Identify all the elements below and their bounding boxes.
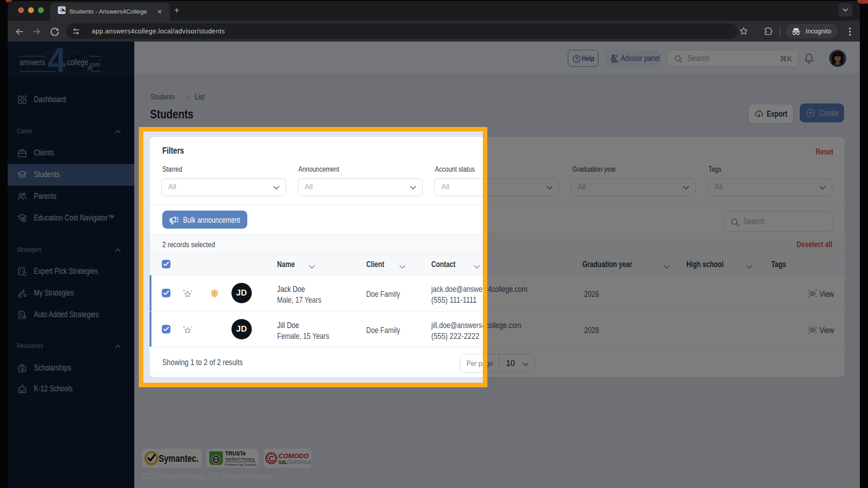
svg-text:college: college: [67, 58, 88, 67]
svg-text:4: 4: [47, 47, 66, 72]
svg-text:.com: .com: [89, 61, 100, 68]
svg-text:TRUSTe: TRUSTe: [225, 450, 246, 457]
svg-text:$: $: [23, 218, 25, 222]
svg-text:?: ?: [575, 56, 578, 61]
svg-text:TM: TM: [99, 59, 101, 62]
svg-text:$: $: [21, 366, 24, 372]
svg-text:C: C: [269, 455, 274, 463]
svg-text:CERTIFICATE: CERTIFICATE: [287, 460, 311, 465]
svg-text:COMODO: COMODO: [278, 452, 309, 460]
svg-text:Symantec.: Symantec.: [159, 453, 198, 464]
svg-text:Powered by TrustArc: Powered by TrustArc: [225, 463, 257, 467]
svg-text:Verified Privacy: Verified Privacy: [225, 456, 255, 461]
svg-text:answers: answers: [19, 58, 45, 67]
svg-text:SSL: SSL: [278, 460, 287, 465]
